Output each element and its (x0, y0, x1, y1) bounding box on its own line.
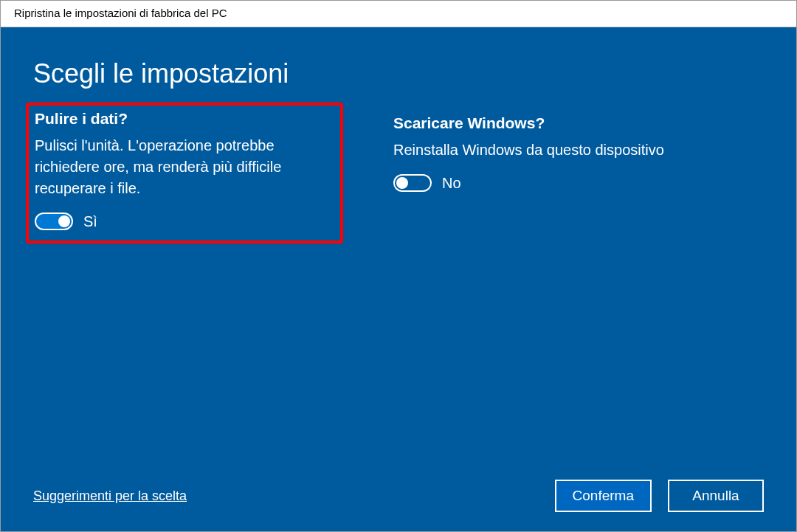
toggle-clean-data-label: Sì (83, 213, 97, 230)
cancel-button[interactable]: Annulla (668, 480, 764, 512)
option-clean-data: Pulire i dati? Pulisci l'unità. L'operaz… (26, 103, 343, 243)
window-root: Ripristina le impostazioni di fabbrica d… (0, 0, 797, 532)
toggle-clean-data[interactable] (35, 213, 73, 230)
page-title: Scegli le impostazioni (33, 58, 764, 89)
option-download-windows-description: Reinstalla Windows da questo dispositivo (393, 139, 697, 161)
titlebar: Ripristina le impostazioni di fabbrica d… (1, 1, 796, 27)
options-row: Pulire i dati? Pulisci l'unità. L'operaz… (33, 110, 764, 243)
help-link[interactable]: Suggerimenti per la scelta (33, 488, 187, 504)
toggle-knob-icon (58, 215, 70, 227)
toggle-download-windows-label: No (442, 175, 461, 192)
toggle-knob-icon (396, 177, 408, 189)
button-row: Conferma Annulla (555, 480, 764, 512)
option-clean-data-description: Pulisci l'unità. L'operazione potrebbe r… (35, 135, 333, 199)
window-title: Ripristina le impostazioni di fabbrica d… (14, 7, 227, 19)
toggle-download-windows[interactable] (393, 174, 432, 192)
option-clean-data-title: Pulire i dati? (35, 110, 333, 128)
option-download-windows: Scaricare Windows? Reinstalla Windows da… (387, 110, 705, 199)
option-download-windows-title: Scaricare Windows? (393, 114, 697, 132)
content-area: Scegli le impostazioni Pulire i dati? Pu… (1, 27, 796, 531)
toggle-row-download-windows: No (393, 174, 697, 192)
confirm-button[interactable]: Conferma (555, 480, 652, 512)
toggle-row-clean-data: Sì (35, 213, 333, 230)
footer: Suggerimenti per la scelta Conferma Annu… (33, 480, 764, 512)
